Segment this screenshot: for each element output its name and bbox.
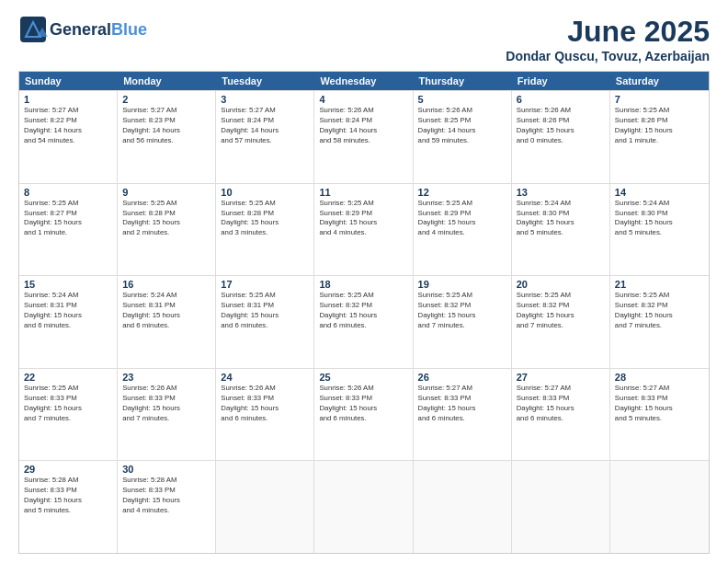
calendar-cell-r0c1: 2Sunrise: 5:27 AM Sunset: 8:23 PM Daylig… [118,91,216,183]
day-number: 7 [615,94,704,105]
calendar-cell-r2c6: 21Sunrise: 5:25 AM Sunset: 8:32 PM Dayli… [610,276,709,368]
day-number: 30 [122,464,210,475]
weekday-saturday: Saturday [610,72,709,90]
calendar-cell-r3c1: 23Sunrise: 5:26 AM Sunset: 8:33 PM Dayli… [118,369,216,461]
day-info: Sunrise: 5:27 AM Sunset: 8:24 PM Dayligh… [221,106,309,146]
day-number: 9 [122,187,210,198]
calendar-cell-r1c2: 10Sunrise: 5:25 AM Sunset: 8:28 PM Dayli… [216,184,314,276]
calendar-cell-r3c4: 26Sunrise: 5:27 AM Sunset: 8:33 PM Dayli… [414,369,512,461]
weekday-friday: Friday [512,72,610,90]
day-info: Sunrise: 5:25 AM Sunset: 8:29 PM Dayligh… [319,199,407,239]
calendar-row-5: 29Sunrise: 5:28 AM Sunset: 8:33 PM Dayli… [19,460,709,553]
day-info: Sunrise: 5:25 AM Sunset: 8:31 PM Dayligh… [221,291,309,331]
calendar-cell-r4c4 [414,461,512,553]
calendar-cell-r4c1: 30Sunrise: 5:28 AM Sunset: 8:33 PM Dayli… [118,461,216,553]
day-number: 19 [418,279,506,290]
day-number: 22 [24,372,112,383]
logo-icon [18,15,48,44]
calendar-cell-r1c6: 14Sunrise: 5:24 AM Sunset: 8:30 PM Dayli… [610,184,709,276]
calendar-row-1: 1Sunrise: 5:27 AM Sunset: 8:22 PM Daylig… [19,90,709,183]
day-info: Sunrise: 5:24 AM Sunset: 8:30 PM Dayligh… [517,199,605,239]
calendar-cell-r3c6: 28Sunrise: 5:27 AM Sunset: 8:33 PM Dayli… [610,369,709,461]
month-title: June 2025 [506,15,710,49]
day-number: 2 [122,94,210,105]
weekday-sunday: Sunday [19,72,118,90]
day-number: 3 [221,94,309,105]
day-info: Sunrise: 5:25 AM Sunset: 8:26 PM Dayligh… [615,106,704,146]
calendar-cell-r0c2: 3Sunrise: 5:27 AM Sunset: 8:24 PM Daylig… [216,91,314,183]
calendar-cell-r0c5: 6Sunrise: 5:26 AM Sunset: 8:26 PM Daylig… [512,91,610,183]
calendar-cell-r4c3 [314,461,413,553]
calendar-cell-r2c1: 16Sunrise: 5:24 AM Sunset: 8:31 PM Dayli… [118,276,216,368]
calendar-cell-r1c4: 12Sunrise: 5:25 AM Sunset: 8:29 PM Dayli… [414,184,512,276]
day-number: 21 [615,279,704,290]
day-info: Sunrise: 5:24 AM Sunset: 8:30 PM Dayligh… [615,199,704,239]
calendar-cell-r2c2: 17Sunrise: 5:25 AM Sunset: 8:31 PM Dayli… [216,276,314,368]
day-number: 26 [418,372,506,383]
calendar-cell-r0c0: 1Sunrise: 5:27 AM Sunset: 8:22 PM Daylig… [19,91,118,183]
calendar-body: 1Sunrise: 5:27 AM Sunset: 8:22 PM Daylig… [19,90,709,553]
day-info: Sunrise: 5:27 AM Sunset: 8:33 PM Dayligh… [517,384,605,424]
day-number: 29 [24,464,112,475]
page-container: GeneralBlue June 2025 Dondar Quscu, Tovu… [0,0,728,563]
day-number: 12 [418,187,506,198]
weekday-tuesday: Tuesday [216,72,314,90]
calendar-cell-r3c3: 25Sunrise: 5:26 AM Sunset: 8:33 PM Dayli… [314,369,413,461]
day-info: Sunrise: 5:24 AM Sunset: 8:31 PM Dayligh… [24,291,112,331]
calendar-cell-r4c0: 29Sunrise: 5:28 AM Sunset: 8:33 PM Dayli… [19,461,118,553]
day-number: 5 [418,94,506,105]
day-number: 10 [221,187,309,198]
day-info: Sunrise: 5:25 AM Sunset: 8:32 PM Dayligh… [418,291,506,331]
day-info: Sunrise: 5:26 AM Sunset: 8:26 PM Dayligh… [517,106,605,146]
calendar: Sunday Monday Tuesday Wednesday Thursday… [18,71,710,554]
header: GeneralBlue June 2025 Dondar Quscu, Tovu… [18,15,710,63]
day-info: Sunrise: 5:27 AM Sunset: 8:33 PM Dayligh… [418,384,506,424]
day-info: Sunrise: 5:24 AM Sunset: 8:31 PM Dayligh… [122,291,210,331]
calendar-row-2: 8Sunrise: 5:25 AM Sunset: 8:27 PM Daylig… [19,183,709,276]
day-number: 24 [221,372,309,383]
day-number: 6 [517,94,605,105]
day-info: Sunrise: 5:25 AM Sunset: 8:32 PM Dayligh… [319,291,407,331]
day-info: Sunrise: 5:25 AM Sunset: 8:32 PM Dayligh… [615,291,704,331]
day-info: Sunrise: 5:26 AM Sunset: 8:33 PM Dayligh… [319,384,407,424]
calendar-cell-r2c3: 18Sunrise: 5:25 AM Sunset: 8:32 PM Dayli… [314,276,413,368]
location: Dondar Quscu, Tovuz, Azerbaijan [506,49,710,63]
day-number: 1 [24,94,112,105]
calendar-cell-r3c5: 27Sunrise: 5:27 AM Sunset: 8:33 PM Dayli… [512,369,610,461]
day-number: 28 [615,372,704,383]
day-info: Sunrise: 5:25 AM Sunset: 8:29 PM Dayligh… [418,199,506,239]
weekday-monday: Monday [118,72,216,90]
day-number: 23 [122,372,210,383]
calendar-cell-r1c0: 8Sunrise: 5:25 AM Sunset: 8:27 PM Daylig… [19,184,118,276]
day-info: Sunrise: 5:28 AM Sunset: 8:33 PM Dayligh… [24,476,112,516]
day-info: Sunrise: 5:27 AM Sunset: 8:23 PM Dayligh… [122,106,210,146]
calendar-cell-r4c2 [216,461,314,553]
calendar-cell-r1c5: 13Sunrise: 5:24 AM Sunset: 8:30 PM Dayli… [512,184,610,276]
day-info: Sunrise: 5:26 AM Sunset: 8:24 PM Dayligh… [319,106,407,146]
day-number: 16 [122,279,210,290]
day-number: 18 [319,279,407,290]
day-info: Sunrise: 5:26 AM Sunset: 8:33 PM Dayligh… [122,384,210,424]
title-block: June 2025 Dondar Quscu, Tovuz, Azerbaija… [506,15,710,63]
day-info: Sunrise: 5:28 AM Sunset: 8:33 PM Dayligh… [122,476,210,516]
calendar-cell-r4c5 [512,461,610,553]
weekday-wednesday: Wednesday [314,72,413,90]
logo-text: GeneralBlue [50,20,147,40]
day-info: Sunrise: 5:27 AM Sunset: 8:33 PM Dayligh… [615,384,704,424]
day-number: 11 [319,187,407,198]
weekday-thursday: Thursday [414,72,512,90]
calendar-row-3: 15Sunrise: 5:24 AM Sunset: 8:31 PM Dayli… [19,275,709,368]
day-number: 17 [221,279,309,290]
day-number: 25 [319,372,407,383]
day-info: Sunrise: 5:25 AM Sunset: 8:32 PM Dayligh… [517,291,605,331]
day-number: 15 [24,279,112,290]
calendar-cell-r1c3: 11Sunrise: 5:25 AM Sunset: 8:29 PM Dayli… [314,184,413,276]
day-number: 20 [517,279,605,290]
day-info: Sunrise: 5:25 AM Sunset: 8:33 PM Dayligh… [24,384,112,424]
day-info: Sunrise: 5:25 AM Sunset: 8:27 PM Dayligh… [24,199,112,239]
day-number: 13 [517,187,605,198]
calendar-cell-r0c6: 7Sunrise: 5:25 AM Sunset: 8:26 PM Daylig… [610,91,709,183]
day-number: 4 [319,94,407,105]
calendar-cell-r3c0: 22Sunrise: 5:25 AM Sunset: 8:33 PM Dayli… [19,369,118,461]
calendar-cell-r2c4: 19Sunrise: 5:25 AM Sunset: 8:32 PM Dayli… [414,276,512,368]
